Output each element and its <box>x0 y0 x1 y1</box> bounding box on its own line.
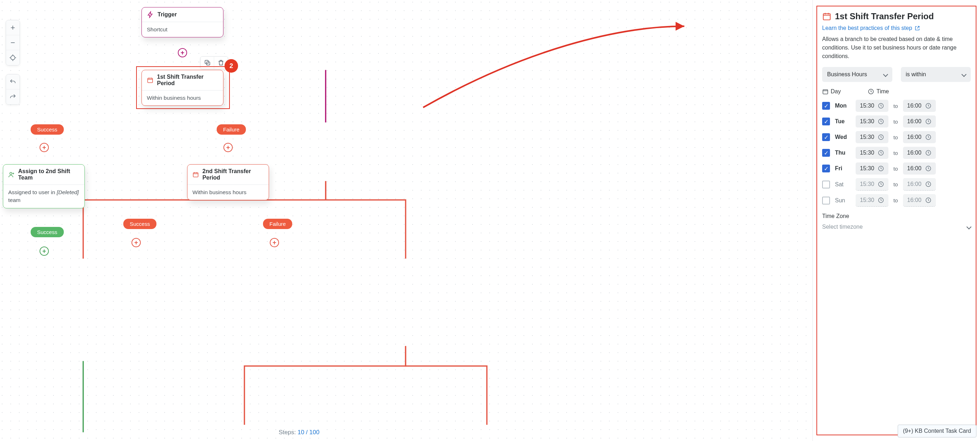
assign-node[interactable]: Assign to 2nd Shift Team Assigned to use… <box>3 164 85 208</box>
time-from-field[interactable]: 15:30 <box>856 194 888 206</box>
inspector-panel: 1st Shift Transfer Period Learn the best… <box>813 0 980 441</box>
to-label: to <box>893 119 898 125</box>
clock-icon <box>925 103 932 109</box>
crosshair-icon <box>9 54 16 61</box>
day-row-thu: ✓Thu15:30to16:00 <box>822 147 971 159</box>
node-body: Assigned to user in [Deleted] team <box>3 185 84 208</box>
time-from-field[interactable]: 15:30 <box>856 100 888 112</box>
node-title: 1st Shift Transfer Period <box>157 74 218 87</box>
time-to-field[interactable]: 16:00 <box>903 162 936 174</box>
time-from-field[interactable]: 15:30 <box>856 147 888 159</box>
zoom-out-button[interactable]: − <box>6 35 20 50</box>
day-row-sat: Sat15:30to16:00 <box>822 178 971 190</box>
day-name: Mon <box>835 103 851 109</box>
day-name: Sun <box>835 197 851 204</box>
period2-node[interactable]: 2nd Shift Transfer Period Within busines… <box>187 164 269 200</box>
clock-icon <box>925 150 932 156</box>
operator-select[interactable]: is within <box>901 67 971 82</box>
timezone-label: Time Zone <box>822 213 971 219</box>
day-checkbox-sat[interactable] <box>822 181 830 189</box>
time-column-header: Time <box>868 88 889 95</box>
add-step-button[interactable]: + <box>40 246 49 256</box>
day-checkbox-sun[interactable] <box>822 197 830 205</box>
day-checkbox-mon[interactable]: ✓ <box>822 102 830 110</box>
svg-point-0 <box>11 56 15 60</box>
recenter-button[interactable] <box>6 50 20 65</box>
svg-rect-8 <box>148 78 153 82</box>
branch-pill-success[interactable]: Success <box>123 219 156 229</box>
node-title: Assign to 2nd Shift Team <box>18 168 80 181</box>
branch-pill-failure[interactable]: Failure <box>263 219 292 229</box>
node-title: 2nd Shift Transfer Period <box>202 168 264 181</box>
day-checkbox-tue[interactable]: ✓ <box>822 117 830 125</box>
chevron-down-icon <box>962 71 966 78</box>
time-to-field[interactable]: 16:00 <box>903 194 936 206</box>
branch-pill-failure[interactable]: Failure <box>217 124 246 135</box>
to-label: to <box>893 134 898 140</box>
calendar-icon <box>822 12 831 21</box>
time-from-field[interactable]: 15:30 <box>856 178 888 190</box>
clock-icon <box>878 181 884 187</box>
inspector-title: 1st Shift Transfer Period <box>835 11 934 21</box>
trigger-node[interactable]: Trigger Shortcut <box>142 7 223 37</box>
node-body: Shortcut <box>142 22 223 37</box>
zoom-toolbar: + − <box>6 20 20 65</box>
day-row-wed: ✓Wed15:30to16:00 <box>822 131 971 143</box>
period1-node[interactable]: 1st Shift Transfer Period Within busines… <box>142 70 223 106</box>
day-name: Thu <box>835 150 851 156</box>
add-step-button[interactable]: + <box>178 48 187 57</box>
svg-marker-5 <box>676 22 684 31</box>
clock-icon <box>878 118 884 125</box>
node-body: Within business hours <box>142 90 223 105</box>
external-link-icon <box>915 25 920 31</box>
day-name: Sat <box>835 181 851 188</box>
time-to-field[interactable]: 16:00 <box>903 131 936 143</box>
zoom-in-button[interactable]: + <box>6 20 20 35</box>
trash-icon <box>217 59 224 66</box>
time-to-field[interactable]: 16:00 <box>903 100 936 112</box>
timezone-select[interactable]: Select timezone <box>822 222 971 232</box>
svg-rect-11 <box>823 14 830 20</box>
condition-type-select[interactable]: Business Hours <box>822 67 892 82</box>
day-checkbox-wed[interactable]: ✓ <box>822 133 830 141</box>
trigger-icon <box>147 11 154 18</box>
add-step-button[interactable]: + <box>270 238 279 247</box>
redo-button[interactable] <box>6 89 20 105</box>
day-row-fri: ✓Fri15:30to16:00 <box>822 162 971 174</box>
time-from-field[interactable]: 15:30 <box>856 162 888 174</box>
history-toolbar <box>6 74 20 105</box>
day-checkbox-thu[interactable]: ✓ <box>822 149 830 157</box>
day-checkbox-fri[interactable]: ✓ <box>822 165 830 173</box>
svg-rect-12 <box>823 90 828 94</box>
clock-icon <box>925 181 932 187</box>
to-label: to <box>893 197 898 203</box>
branch-pill-success[interactable]: Success <box>31 227 64 237</box>
day-name: Fri <box>835 165 851 172</box>
time-from-field[interactable]: 15:30 <box>856 131 888 143</box>
copy-icon <box>204 59 211 66</box>
calendar-small-icon <box>822 88 829 95</box>
add-step-button[interactable]: + <box>132 238 141 247</box>
chevron-down-icon <box>884 71 887 78</box>
time-from-field[interactable]: 15:30 <box>856 116 888 127</box>
day-name: Wed <box>835 134 851 140</box>
time-to-field[interactable]: 16:00 <box>903 178 936 190</box>
to-label: to <box>893 181 898 187</box>
node-body: Within business hours <box>188 185 269 200</box>
time-to-field[interactable]: 16:00 <box>903 147 936 159</box>
undo-button[interactable] <box>6 75 20 89</box>
chevron-down-icon <box>967 224 971 230</box>
clock-icon <box>925 118 932 125</box>
time-to-field[interactable]: 16:00 <box>903 116 936 127</box>
calendar-icon <box>147 76 154 84</box>
clock-icon <box>878 165 884 172</box>
clock-icon <box>878 103 884 109</box>
steps-counter: Steps: 10 / 100 <box>279 429 319 436</box>
add-step-button[interactable]: + <box>40 143 49 152</box>
kb-task-card[interactable]: (9+) KB Content Task Card <box>898 425 977 438</box>
annotation-marker: 2 <box>224 59 238 73</box>
learn-best-practices-link[interactable]: Learn the best practices of this step <box>822 25 920 31</box>
branch-pill-success[interactable]: Success <box>31 124 64 135</box>
day-row-tue: ✓Tue15:30to16:00 <box>822 116 971 127</box>
add-step-button[interactable]: + <box>223 143 233 152</box>
